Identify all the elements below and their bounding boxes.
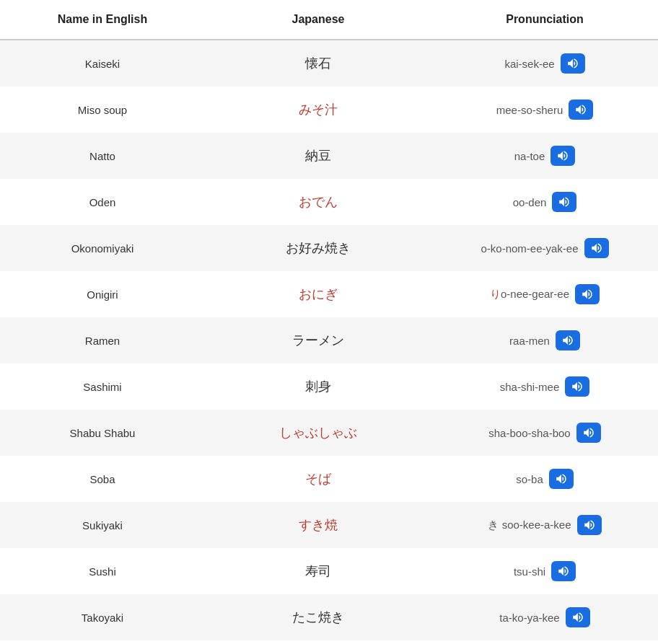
pronunciation-cell: oo-den: [431, 179, 658, 225]
col-header-pronunciation: Pronunciation: [431, 0, 658, 40]
table-row: Okonomiyakiお好み焼きo-ko-nom-ee-yak-ee: [0, 225, 658, 271]
pronunciation-cell: o-ko-nom-ee-yak-ee: [431, 225, 658, 271]
audio-button[interactable]: [576, 423, 601, 443]
audio-button[interactable]: [551, 561, 576, 581]
audio-button[interactable]: [552, 192, 576, 212]
pronunciation-text: kai-sek-ee: [504, 58, 554, 70]
pronunciation-cell: so-ba: [431, 456, 658, 502]
table-row: Sushi寿司tsu-shi: [0, 548, 658, 594]
pronunciation-cell: na-toe: [431, 133, 658, 179]
pronunciation-text: sha-boo-sha-boo: [488, 427, 570, 439]
pronunciation-cell: kai-sek-ee: [431, 40, 658, 87]
table-row: Sukiyakiすき焼き soo-kee-a-kee: [0, 502, 658, 548]
pronunciation-text: ta-ko-ya-kee: [499, 612, 559, 624]
table-row: Onigiriおにぎりo-nee-gear-ee: [0, 271, 658, 317]
pronunciation-text: りo-nee-gear-ee: [490, 288, 569, 301]
japanese-cell: ラーメン: [205, 317, 431, 363]
table-row: Sobaそばso-ba: [0, 456, 658, 502]
audio-button[interactable]: [575, 284, 600, 304]
japanese-cell: すき焼: [205, 502, 431, 548]
pronunciation-cell: sha-boo-sha-boo: [431, 410, 658, 456]
pronunciation-cell: raa-men: [431, 317, 658, 363]
col-header-japanese: Japanese: [205, 0, 431, 40]
audio-button[interactable]: [577, 515, 602, 535]
table-row: Shabu Shabuしゃぶしゃぶsha-boo-sha-boo: [0, 410, 658, 456]
english-cell: Sashimi: [0, 363, 205, 410]
table-row: Miso soupみそ汁mee-so-sheru: [0, 87, 658, 133]
japanese-cell: しゃぶしゃぶ: [205, 410, 431, 456]
english-cell: Oden: [0, 179, 205, 225]
pronunciation-cell: tem-purr-a: [431, 640, 658, 644]
pronunciation-cell: mee-so-sheru: [431, 87, 658, 133]
pronunciation-text: so-ba: [516, 473, 543, 485]
pronunciation-cell: ta-ko-ya-kee: [431, 594, 658, 640]
pronunciation-cell: き soo-kee-a-kee: [431, 502, 658, 548]
pronunciation-cell: tsu-shi: [431, 548, 658, 594]
japanese-cell: 刺身: [205, 363, 431, 410]
english-cell: Soba: [0, 456, 205, 502]
japanese-cell: 懐石: [205, 40, 431, 87]
audio-button[interactable]: [566, 607, 590, 627]
english-cell: Takoyaki: [0, 594, 205, 640]
japanese-cell: 納豆: [205, 133, 431, 179]
table-row: Ramenラーメンraa-men: [0, 317, 658, 363]
english-cell: Onigiri: [0, 271, 205, 317]
audio-button[interactable]: [584, 238, 609, 258]
pronunciation-text: mee-so-sheru: [496, 104, 563, 116]
pronunciation-text: raa-men: [509, 335, 550, 347]
audio-button[interactable]: [550, 146, 575, 166]
english-cell: Kaiseki: [0, 40, 205, 87]
table-row: Tempura天ぷらtem-purr-a: [0, 640, 658, 644]
pronunciation-text: o-ko-nom-ee-yak-ee: [481, 242, 578, 255]
table-row: Natto納豆na-toe: [0, 133, 658, 179]
pronunciation-text: oo-den: [513, 196, 547, 208]
audio-button[interactable]: [549, 469, 574, 489]
audio-button[interactable]: [565, 376, 589, 397]
audio-button[interactable]: [569, 100, 593, 120]
col-header-english: Name in English: [0, 0, 205, 40]
pronunciation-text: tsu-shi: [514, 565, 545, 578]
pronunciation-cell: りo-nee-gear-ee: [431, 271, 658, 317]
pronunciation-text: na-toe: [514, 150, 545, 162]
english-cell: Tempura: [0, 640, 205, 644]
table-row: Kaiseki懐石kai-sek-ee: [0, 40, 658, 87]
table-row: Sashimi刺身sha-shi-mee: [0, 363, 658, 410]
audio-button[interactable]: [561, 53, 585, 74]
pronunciation-text: き soo-kee-a-kee: [488, 519, 571, 532]
japanese-cell: お好み焼き: [205, 225, 431, 271]
english-cell: Shabu Shabu: [0, 410, 205, 456]
audio-button[interactable]: [556, 330, 580, 350]
english-cell: Sukiyaki: [0, 502, 205, 548]
table-row: Odenおでんoo-den: [0, 179, 658, 225]
japanese-cell: 天ぷら: [205, 640, 431, 644]
table-row: Takoyakiたこ焼きta-ko-ya-kee: [0, 594, 658, 640]
pronunciation-text: sha-shi-mee: [500, 381, 560, 393]
japanese-cell: おにぎ: [205, 271, 431, 317]
japanese-cell: 寿司: [205, 548, 431, 594]
english-cell: Okonomiyaki: [0, 225, 205, 271]
english-cell: Miso soup: [0, 87, 205, 133]
japanese-cell: たこ焼き: [205, 594, 431, 640]
pronunciation-cell: sha-shi-mee: [431, 363, 658, 410]
japanese-cell: みそ汁: [205, 87, 431, 133]
english-cell: Sushi: [0, 548, 205, 594]
english-cell: Natto: [0, 133, 205, 179]
english-cell: Ramen: [0, 317, 205, 363]
japanese-cell: おでん: [205, 179, 431, 225]
japanese-cell: そば: [205, 456, 431, 502]
